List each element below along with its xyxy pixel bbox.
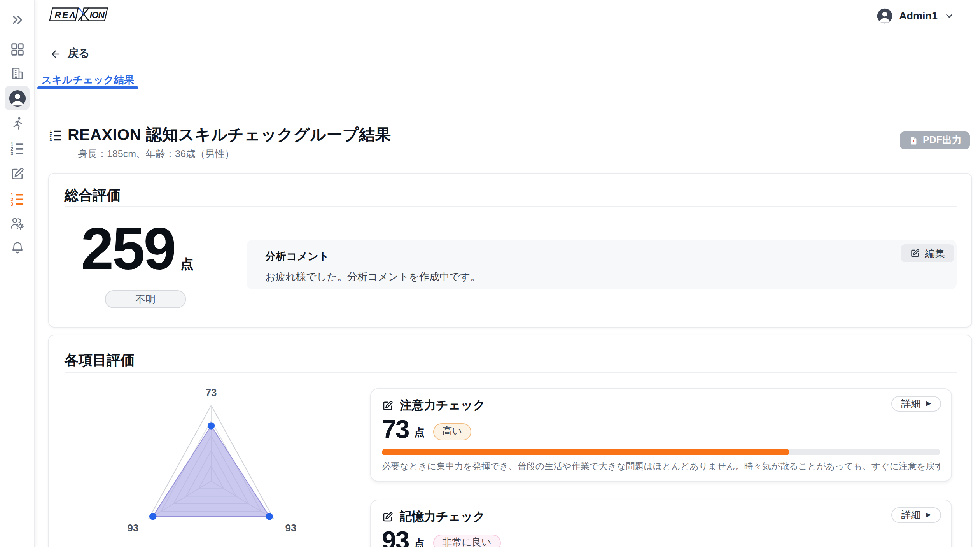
sidebar-item-notifications[interactable] bbox=[5, 236, 30, 259]
pdf-file-icon bbox=[908, 135, 918, 146]
sidebar-item-dashboard[interactable] bbox=[5, 37, 30, 61]
chevron-down-icon bbox=[944, 11, 954, 21]
user-avatar bbox=[877, 7, 893, 24]
check-title: 記憶力チェック bbox=[400, 509, 485, 525]
play-arrow-icon: ▶ bbox=[926, 401, 931, 407]
svg-text:ION: ION bbox=[89, 10, 105, 20]
page-title: REAXION 認知スキルチェックグループ結果 bbox=[68, 124, 391, 146]
section-divider bbox=[65, 206, 957, 207]
double-chevron-right-icon bbox=[10, 13, 24, 26]
sidebar-collapse-button[interactable] bbox=[5, 8, 30, 31]
tabs-bottom-border bbox=[34, 89, 980, 89]
svg-text:93: 93 bbox=[128, 522, 139, 534]
edit-comment-button[interactable]: 編集 bbox=[901, 244, 954, 262]
check-level-badge: 非常に良い bbox=[433, 534, 500, 547]
sidebar-item-numbered-list[interactable]: 123 bbox=[5, 136, 30, 160]
report-list-icon: 123 bbox=[49, 128, 62, 142]
check-score-row: 93 点 非常に良い bbox=[382, 529, 501, 547]
analysis-comment-title: 分析コメント bbox=[265, 250, 329, 264]
sidebar-item-results-active[interactable]: 123 bbox=[5, 187, 30, 210]
detail-button-label: 詳細 bbox=[901, 508, 921, 522]
ordered-list-icon: 123 bbox=[10, 140, 24, 155]
app-root: 123 123 bbox=[0, 0, 980, 547]
user-menu[interactable]: Admin1 bbox=[877, 7, 954, 24]
score-progress-fill bbox=[382, 449, 789, 455]
back-label: 戻る bbox=[68, 47, 90, 61]
analysis-comment-body: お疲れ様でした。分析コメントを作成中です。 bbox=[265, 270, 480, 284]
detail-button-label: 詳細 bbox=[901, 397, 921, 410]
check-score-value: 93 bbox=[382, 529, 409, 547]
section-divider bbox=[65, 372, 957, 373]
svg-text:REΛ: REΛ bbox=[55, 10, 75, 20]
check-level-badge: 高い bbox=[433, 423, 471, 440]
grid-icon bbox=[10, 42, 24, 56]
check-score-value: 73 bbox=[382, 418, 409, 441]
ordered-list-icon-orange: 123 bbox=[10, 191, 24, 206]
pdf-export-button[interactable]: PDF出力 bbox=[900, 131, 970, 149]
items-section-title: 各項目評価 bbox=[65, 351, 135, 370]
score-progress-track bbox=[382, 449, 940, 455]
sidebar-item-organization[interactable] bbox=[5, 61, 30, 85]
edit-square-icon bbox=[382, 400, 394, 412]
play-arrow-icon: ▶ bbox=[926, 512, 931, 518]
svg-text:73: 73 bbox=[206, 387, 217, 398]
attention-check-card: 注意力チェック 詳細 ▶ 73 点 高い 必要なときに集中力を発揮でき、普段の生… bbox=[370, 388, 952, 482]
memory-check-card: 記憶力チェック 詳細 ▶ 93 点 非常に良い bbox=[370, 500, 952, 547]
overall-status-badge: 不明 bbox=[105, 290, 186, 308]
svg-text:3: 3 bbox=[49, 137, 52, 142]
page-subtitle: 身長：185cm、年齢：36歳（男性） bbox=[78, 148, 234, 161]
back-button[interactable]: 戻る bbox=[50, 47, 90, 61]
check-title: 注意力チェック bbox=[400, 398, 485, 414]
check-score-unit: 点 bbox=[414, 425, 424, 441]
check-score-unit: 点 bbox=[414, 536, 424, 547]
sidebar-item-member-settings[interactable] bbox=[5, 212, 30, 235]
overall-section-title: 総合評価 bbox=[65, 186, 121, 205]
svg-text:93: 93 bbox=[285, 522, 297, 534]
sidebar-item-training[interactable] bbox=[5, 111, 30, 135]
check-description: 必要なときに集中力を発揮でき、普段の生活や作業で大きな問題はほとんどありません。… bbox=[382, 461, 940, 472]
check-score-row: 73 点 高い bbox=[382, 418, 471, 441]
item-evaluation-card: 各項目評価 739393 注意力チェック 詳細 ▶ 73 点 高い bbox=[48, 335, 972, 547]
users-gear-icon bbox=[9, 216, 25, 231]
pencil-square-icon bbox=[910, 248, 920, 258]
detail-button[interactable]: 詳細 ▶ bbox=[891, 396, 941, 412]
edit-square-icon bbox=[382, 511, 394, 523]
svg-text:3: 3 bbox=[10, 151, 13, 155]
overall-score-value: 259 bbox=[81, 223, 175, 275]
overall-score: 259 点 bbox=[81, 223, 194, 275]
runner-icon bbox=[10, 116, 24, 130]
analysis-comment-box: 分析コメント お疲れ様でした。分析コメントを作成中です。 編集 bbox=[247, 240, 957, 289]
edit-square-icon bbox=[10, 166, 24, 181]
svg-text:3: 3 bbox=[10, 201, 13, 206]
bell-icon bbox=[10, 240, 24, 255]
detail-button[interactable]: 詳細 ▶ bbox=[891, 507, 941, 523]
overall-score-unit: 点 bbox=[180, 255, 194, 275]
tab-skill-check-results[interactable]: スキルチェック結果 bbox=[37, 73, 138, 87]
radar-chart: 739393 bbox=[79, 384, 343, 547]
back-arrow-icon bbox=[50, 48, 61, 60]
sidebar-item-edit[interactable] bbox=[5, 162, 30, 185]
reaxion-logo: REΛ ION bbox=[48, 7, 109, 22]
edit-button-label: 編集 bbox=[925, 246, 945, 260]
user-name: Admin1 bbox=[899, 10, 938, 21]
sidebar-item-user-profile[interactable] bbox=[5, 86, 30, 110]
building-icon bbox=[10, 66, 24, 81]
user-avatar-icon bbox=[8, 89, 26, 107]
sidebar: 123 123 bbox=[0, 0, 35, 547]
pdf-export-label: PDF出力 bbox=[923, 134, 962, 147]
overall-evaluation-card: 総合評価 259 点 不明 分析コメント お疲れ様でした。分析コメントを作成中で… bbox=[48, 173, 972, 328]
